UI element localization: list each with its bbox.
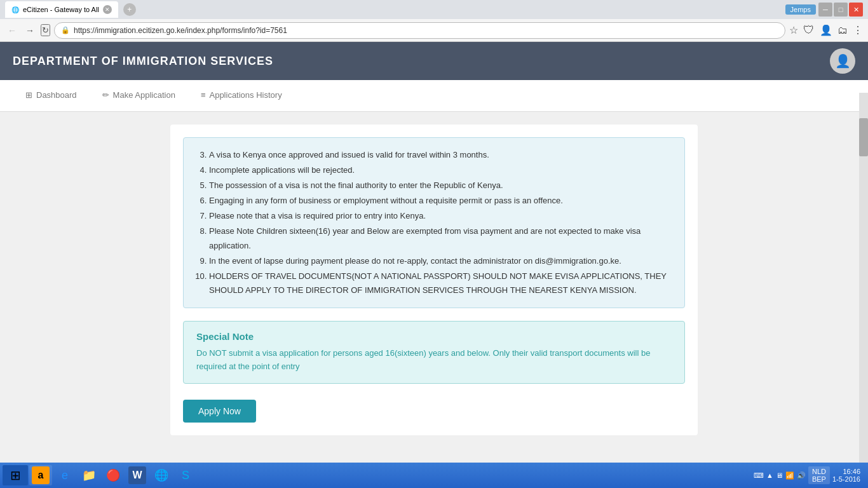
taskbar-clock: 16:46 1-5-2016 [832, 468, 860, 483]
tab-close-button[interactable]: ✕ [103, 5, 112, 14]
taskbar-word-icon[interactable]: W [126, 465, 149, 485]
tray-icon-2: 🖥 [776, 471, 783, 479]
list-item: In the event of lapse during payment ple… [209, 254, 672, 269]
tray-icon-4: 🔊 [797, 471, 806, 480]
address-bar[interactable]: 🔒 https://immigration.ecitizen.go.ke/ind… [54, 22, 785, 39]
content-card: A visa to Kenya once approved and issued… [170, 125, 698, 435]
extension-icon-3[interactable]: 🗂 [837, 25, 848, 36]
tab-dashboard[interactable]: ⊞ Dashboard [13, 81, 90, 110]
back-button[interactable]: ← [5, 24, 19, 37]
taskbar-chrome-icon[interactable]: 🌐 [150, 465, 173, 485]
special-note-box: Special Note Do NOT submit a visa applic… [183, 321, 685, 384]
page-content: DEPARTMENT OF IMMIGRATION SERVICES 👤 ⊞ D… [0, 42, 868, 488]
browser-title-bar: 🌐 eCitizen - Gateway to All ✕ + Jemps ─ … [0, 0, 868, 19]
reload-button[interactable]: ↻ [41, 24, 50, 36]
tab-favicon: 🌐 [11, 6, 19, 13]
close-button[interactable]: ✕ [849, 3, 863, 17]
apply-now-button[interactable]: Apply Now [183, 400, 256, 423]
browser-tab[interactable]: 🌐 eCitizen - Gateway to All ✕ [5, 1, 118, 18]
list-item: HOLDERS OF TRAVEL DOCUMENTS(NOT A NATION… [209, 269, 672, 298]
taskbar-tray: ⌨ ▲ 🖥 📶 🔊 NLD BEP 16:46 1-5-2016 [749, 466, 865, 484]
list-item: Please note that a visa is required prio… [209, 208, 672, 224]
taskbar-folder-icon[interactable]: 📁 [78, 465, 100, 485]
sublang-text: BEP [812, 475, 826, 483]
tray-icon-1: ▲ [766, 471, 773, 479]
menu-icon[interactable]: ⋮ [853, 24, 863, 36]
user-avatar[interactable]: 👤 [830, 48, 855, 74]
list-item: Incomplete applications will be rejected… [209, 163, 672, 178]
info-list: A visa to Kenya once approved and issued… [196, 147, 672, 298]
dashboard-icon: ⊞ [25, 90, 32, 100]
time-display: 16:46 [832, 468, 860, 475]
taskbar: ⊞ a e 📁 🔴 W 🌐 S ⌨ ▲ 🖥 📶 🔊 N [0, 463, 868, 488]
list-item: The possession of a visa is not the fina… [209, 178, 672, 193]
extension-icon-2[interactable]: 👤 [820, 24, 832, 36]
tab-title: eCitizen - Gateway to All [23, 6, 99, 13]
user-badge: Jemps [785, 4, 816, 15]
pencil-icon: ✏ [102, 90, 109, 100]
tray-icon-3: 📶 [785, 471, 794, 480]
list-item: Please Note Children sixteen(16) year an… [209, 224, 672, 253]
window-controls: ─ □ ✕ [818, 3, 863, 17]
taskbar-lang[interactable]: NLD BEP [808, 466, 830, 484]
start-button[interactable]: ⊞ [3, 465, 28, 485]
list-item: Engaging in any form of business or empl… [209, 193, 672, 208]
tab-make-application[interactable]: ✏ Make Application [90, 81, 188, 110]
main-area: A visa to Kenya once approved and issued… [0, 112, 868, 469]
lang-text: NLD [812, 468, 826, 475]
new-tab-button[interactable]: + [123, 3, 136, 16]
special-note-text: Do NOT submit a visa application for per… [196, 347, 672, 374]
tab-make-application-label: Make Application [113, 90, 175, 100]
tab-applications-history-label: Applications History [209, 90, 281, 100]
taskbar-icon-4[interactable]: 🔴 [102, 465, 125, 485]
info-list-box: A visa to Kenya once approved and issued… [183, 137, 685, 308]
keyboard-icon: ⌨ [754, 471, 764, 480]
nav-tabs: ⊞ Dashboard ✏ Make Application ≡ Applica… [0, 80, 868, 112]
taskbar-ie-icon[interactable]: e [53, 465, 76, 485]
lock-icon: 🔒 [61, 26, 70, 34]
list-item: A visa to Kenya once approved and issued… [209, 147, 672, 163]
maximize-button[interactable]: □ [834, 3, 848, 17]
taskbar-amazon-icon[interactable]: a [29, 465, 52, 485]
special-note-title: Special Note [196, 331, 672, 342]
minimize-button[interactable]: ─ [818, 3, 832, 17]
url-text: https://immigration.ecitizen.go.ke/index… [74, 26, 287, 35]
browser-nav-bar: ← → ↻ 🔒 https://immigration.ecitizen.go.… [0, 19, 868, 42]
scroll-thumb[interactable] [859, 118, 868, 156]
browser-action-icons: ☆ 🛡 👤 🗂 ⋮ [789, 24, 863, 37]
date-display: 1-5-2016 [832, 475, 860, 483]
bookmark-star-icon[interactable]: ☆ [789, 24, 798, 36]
forward-button[interactable]: → [23, 24, 37, 37]
extension-icon-1[interactable]: 🛡 [803, 24, 815, 37]
taskbar-skype-icon[interactable]: S [174, 465, 197, 485]
list-icon: ≡ [201, 90, 206, 100]
tab-dashboard-label: Dashboard [36, 90, 77, 100]
scroll-indicator[interactable] [859, 93, 868, 463]
site-header: DEPARTMENT OF IMMIGRATION SERVICES 👤 [0, 42, 868, 80]
site-title: DEPARTMENT OF IMMIGRATION SERVICES [13, 55, 273, 68]
tab-applications-history[interactable]: ≡ Applications History [188, 81, 295, 110]
